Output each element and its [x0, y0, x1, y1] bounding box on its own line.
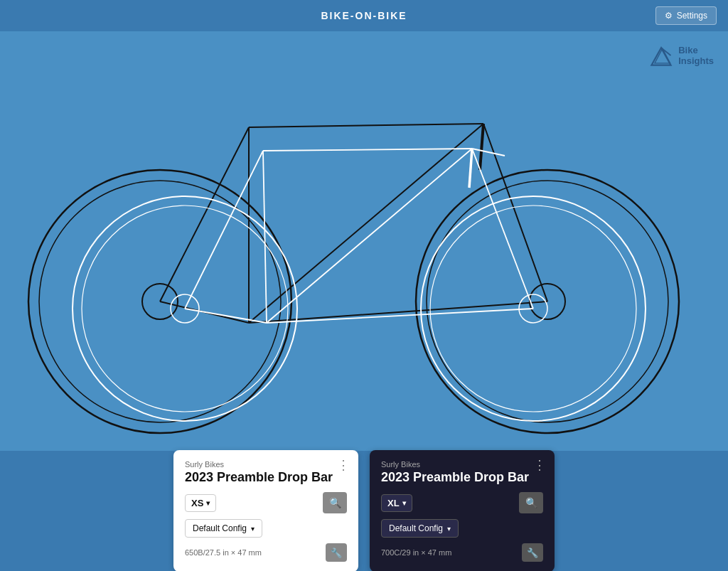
- svg-line-15: [480, 124, 483, 170]
- bottom-panel: Surly Bikes ⋮ 2023 Preamble Drop Bar XS …: [0, 451, 728, 571]
- card-config-row-xl: Default Config ▾: [381, 519, 543, 538]
- search-button-xl[interactable]: 🔍: [519, 492, 543, 513]
- size-dropdown-xl[interactable]: XL ▾: [381, 494, 412, 512]
- config-value-xl: Default Config: [389, 523, 443, 533]
- config-value-xs: Default Config: [193, 523, 247, 533]
- bike-card-xs: Surly Bikes ⋮ 2023 Preamble Drop Bar XS …: [173, 450, 358, 571]
- svg-line-31: [472, 149, 505, 156]
- card-brand-xl: Surly Bikes: [381, 460, 543, 469]
- svg-line-13: [249, 301, 547, 323]
- svg-line-14: [483, 124, 547, 301]
- card-brand-xs: Surly Bikes: [185, 460, 347, 469]
- card-size-row-xs: XS ▾ 🔍: [185, 492, 347, 513]
- settings-label: Settings: [677, 11, 707, 21]
- card-title-xl: 2023 Preamble Drop Bar: [381, 470, 543, 486]
- search-icon-dark: 🔍: [525, 497, 537, 508]
- wrench-icon: 🔧: [331, 548, 342, 558]
- search-button-xs[interactable]: 🔍: [323, 492, 347, 513]
- size-dropdown-xs[interactable]: XS ▾: [185, 494, 216, 512]
- chevron-down-icon: ▾: [206, 499, 210, 507]
- card-menu-button-xl[interactable]: ⋮: [533, 459, 546, 471]
- card-footer-xl: 700C/29 in × 47 mm 🔧: [381, 543, 543, 562]
- wrench-button-xs[interactable]: 🔧: [326, 543, 347, 562]
- svg-line-11: [249, 124, 483, 323]
- wrench-icon-dark: 🔧: [527, 548, 538, 558]
- bike-canvas: Bike Insights: [0, 31, 728, 451]
- svg-line-29: [469, 149, 472, 188]
- config-dropdown-xs[interactable]: Default Config ▾: [185, 519, 262, 538]
- svg-line-16: [160, 127, 249, 301]
- bike-card-xl: Surly Bikes ⋮ 2023 Preamble Drop Bar XL …: [370, 450, 555, 571]
- config-dropdown-xl[interactable]: Default Config ▾: [381, 519, 459, 538]
- chevron-down-icon-xl: ▾: [402, 499, 406, 507]
- size-value-xl: XL: [387, 498, 400, 508]
- svg-line-9: [249, 124, 483, 127]
- wrench-button-xl[interactable]: 🔧: [522, 543, 543, 562]
- bike-diagram: [7, 46, 718, 437]
- card-spec-xl: 700C/29 in × 47 mm: [381, 548, 451, 557]
- svg-line-27: [267, 309, 533, 323]
- card-spec-xs: 650B/27.5 in × 47 mm: [185, 548, 262, 557]
- chevron-down-icon-config: ▾: [251, 525, 255, 533]
- card-menu-button-xs[interactable]: ⋮: [337, 459, 350, 471]
- svg-line-24: [263, 151, 267, 323]
- card-title-xs: 2023 Preamble Drop Bar: [185, 470, 347, 486]
- app-title: BIKE-ON-BIKE: [321, 10, 407, 21]
- chevron-down-icon-config-xl: ▾: [447, 525, 451, 533]
- app-header: BIKE-ON-BIKE ⚙ Settings: [0, 0, 728, 31]
- gear-icon: ⚙: [665, 11, 673, 21]
- svg-line-23: [263, 149, 472, 151]
- size-value-xs: XS: [191, 498, 203, 508]
- card-size-row-xl: XL ▾ 🔍: [381, 492, 543, 513]
- search-icon: 🔍: [329, 497, 341, 508]
- card-footer-xs: 650B/27.5 in × 47 mm 🔧: [185, 543, 347, 562]
- card-config-row-xs: Default Config ▾: [185, 519, 347, 538]
- svg-line-25: [267, 149, 472, 323]
- settings-button[interactable]: ⚙ Settings: [655, 6, 717, 25]
